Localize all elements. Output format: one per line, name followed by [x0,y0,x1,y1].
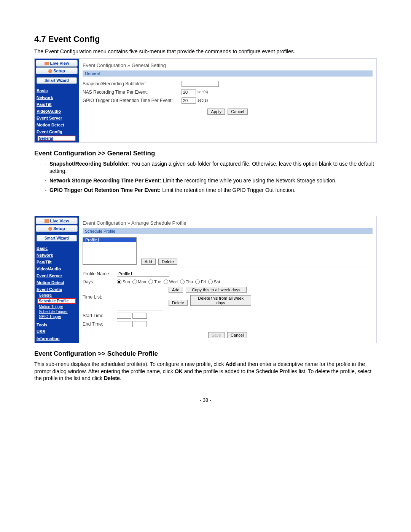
radio-mon[interactable]: Mon [132,280,146,284]
sidebar-item-eventconfig[interactable]: Event Config [36,286,78,292]
radio-sat[interactable]: Sat [208,280,220,284]
input-gpio-time[interactable] [182,97,196,104]
delete-all-button[interactable]: Delete this from all week days [190,295,251,306]
sidebar-sub-schedule-trigger[interactable]: Schedule Trigger [36,310,78,314]
label-gpio-time: GPIO Trigger Out Retention Time Per Even… [83,98,182,103]
sidebar-item-motiondetect[interactable]: Motion Detect [36,122,78,128]
label-nas-time: NAS Recording Time Per Event: [83,89,182,95]
cancel-button[interactable]: Cancel [228,109,247,115]
input-profile-name[interactable] [117,271,169,277]
unit-gpio: sec(s) [198,98,208,102]
profile-listbox[interactable]: Profile1 [83,237,137,265]
input-start-hour[interactable] [117,313,131,319]
sidebar-item-basic[interactable]: Basic [36,245,78,251]
gear-icon [48,227,52,231]
label-profile-name: Profile Name: [83,271,117,276]
timelist-box[interactable] [117,287,163,310]
live-view-button[interactable]: Live View [36,60,78,67]
sidebar-sub-schedule-profile[interactable]: Schedule Profile [37,298,76,304]
camera-icon [45,62,49,65]
bullet-list-1: Snapshot/Recording Subfolder: You can as… [49,160,377,194]
input-start-min[interactable] [132,313,147,319]
b2-bold: Network Storage Recording Time Per Event… [49,177,161,184]
copy-all-button[interactable]: Copy this to all week days [186,287,247,293]
input-end-min[interactable] [132,321,147,327]
b2-text: Limit the recording time while you are u… [161,177,337,184]
unit-nas: sec(s) [198,90,208,94]
sidebar-item-eventserver[interactable]: Event Server [36,273,78,279]
setup-button[interactable]: Setup [36,225,78,232]
sidebar-item-usb[interactable]: USB [36,329,78,335]
sidebar-item-pantilt[interactable]: Pan/Tilt [36,101,78,107]
sidebar-item-pantilt[interactable]: Pan/Tilt [36,259,78,265]
label-days: Days: [83,279,117,284]
radio-fri[interactable]: Fri [195,280,206,284]
add-button[interactable]: Add [141,259,156,265]
sidebar-item-information[interactable]: Information [36,335,78,342]
screenshot-schedule-profile: Live View Setup Smart Wizard Basic Netwo… [34,216,377,343]
radio-thu[interactable]: Thu [180,280,193,284]
intro-paragraph: The Event Configuration menu contains fi… [34,48,377,55]
gear-icon [48,69,52,73]
sidebar-sub-gpio-trigger[interactable]: GPIO Trigger [36,315,78,319]
sidebar-item-basic[interactable]: Basic [36,88,78,94]
live-view-button[interactable]: Live View [36,217,78,224]
input-subfolder[interactable] [182,81,219,87]
label-timelist: Time List: [83,287,117,300]
save-button[interactable]: Save [208,332,225,338]
sub2-heading: Event Configuration >> Schedule Profile [34,350,377,358]
sidebar: Live View Setup Smart Wizard Basic Netwo… [35,216,79,343]
sidebar-item-tools[interactable]: Tools [36,322,78,328]
section-heading: 4.7 Event Config [34,34,377,44]
sidebar-item-videoaudio[interactable]: Video/Audio [36,266,78,272]
b3-text: Limit the retention time of the GPIO Tri… [161,187,295,193]
profile-list-item[interactable]: Profile1 [83,238,136,242]
label-subfolder: Snapshot/Recording Subfolder: [83,81,182,86]
b1-bold: Snapshot/Recording Subfolder: [49,161,130,167]
content-panel: Event Configuration » Arrange Schedule P… [79,216,376,343]
timelist-delete-button[interactable]: Delete [169,300,188,306]
sidebar-item-motiondetect[interactable]: Motion Detect [36,280,78,286]
smart-wizard-button[interactable]: Smart Wizard [37,235,77,241]
label-end-time: End Time: [83,321,117,327]
sidebar-item-eventserver[interactable]: Event Server [36,115,78,121]
label-start-time: Start Time: [83,313,117,318]
screenshot-general-setting: Live View Setup Smart Wizard Basic Netwo… [34,58,377,143]
radio-wed[interactable]: Wed [164,280,178,284]
page-number: - 38 - [34,397,377,403]
setup-button[interactable]: Setup [36,67,78,74]
sidebar-item-eventconfig[interactable]: Event Config [36,129,78,135]
breadcrumb: Event Configuration » Arrange Schedule P… [83,219,373,228]
sidebar-item-network[interactable]: Network [36,94,78,101]
sidebar: Live View Setup Smart Wizard Basic Netwo… [35,59,79,142]
cancel-button[interactable]: Cancel [227,332,247,338]
smart-wizard-button[interactable]: Smart Wizard [37,77,77,84]
group-header-general: General [83,70,373,77]
para2: This sub-menu displays the scheduled pro… [34,361,377,382]
sidebar-item-network[interactable]: Network [36,252,78,258]
radio-tue[interactable]: Tue [148,280,161,284]
content-panel: Event Configuration » General Setting Ge… [79,59,376,142]
input-end-hour[interactable] [117,321,131,327]
sub1-heading: Event Configuration >> General Setting [34,150,377,157]
input-nas-time[interactable] [182,89,196,95]
sidebar-sub-motion-trigger[interactable]: Motion Trigger [36,305,78,309]
sidebar-item-videoaudio[interactable]: Video/Audio [36,108,78,114]
radio-sun[interactable]: Sun [117,280,130,284]
sidebar-sub-general[interactable]: General [36,293,78,297]
breadcrumb: Event Configuration » General Setting [83,61,373,70]
group-header-schedule: Schedule Profile [83,228,373,234]
apply-button[interactable]: Apply [207,109,225,115]
camera-icon [45,219,49,223]
delete-button[interactable]: Delete [158,259,177,265]
sidebar-sub-general[interactable]: General [37,136,76,141]
timelist-add-button[interactable]: Add [169,287,183,293]
b3-bold: GPIO Trigger Out Retention Time Per Even… [49,187,161,193]
